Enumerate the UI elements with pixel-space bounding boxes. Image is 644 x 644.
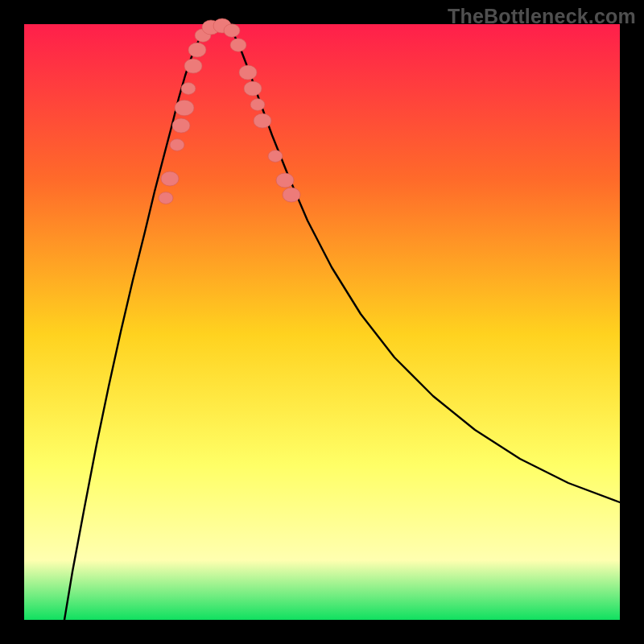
data-bead — [161, 171, 179, 186]
chart-frame: TheBottleneck.com — [0, 0, 644, 644]
data-bead — [172, 118, 190, 133]
plot-area — [24, 24, 620, 620]
data-bead — [184, 59, 202, 73]
data-bead — [244, 81, 262, 96]
data-bead — [283, 188, 300, 202]
bottleneck-curve — [24, 24, 620, 620]
data-bead — [188, 43, 206, 57]
data-bead — [239, 65, 257, 80]
data-bead — [268, 151, 283, 163]
data-bead — [250, 99, 265, 111]
data-bead — [159, 192, 173, 204]
data-bead — [230, 39, 246, 52]
data-bead — [181, 83, 196, 95]
data-bead — [170, 139, 184, 151]
curve-path — [64, 25, 620, 620]
data-bead — [224, 24, 240, 37]
data-bead — [254, 114, 271, 128]
data-bead — [276, 173, 294, 188]
data-bead — [175, 100, 194, 116]
